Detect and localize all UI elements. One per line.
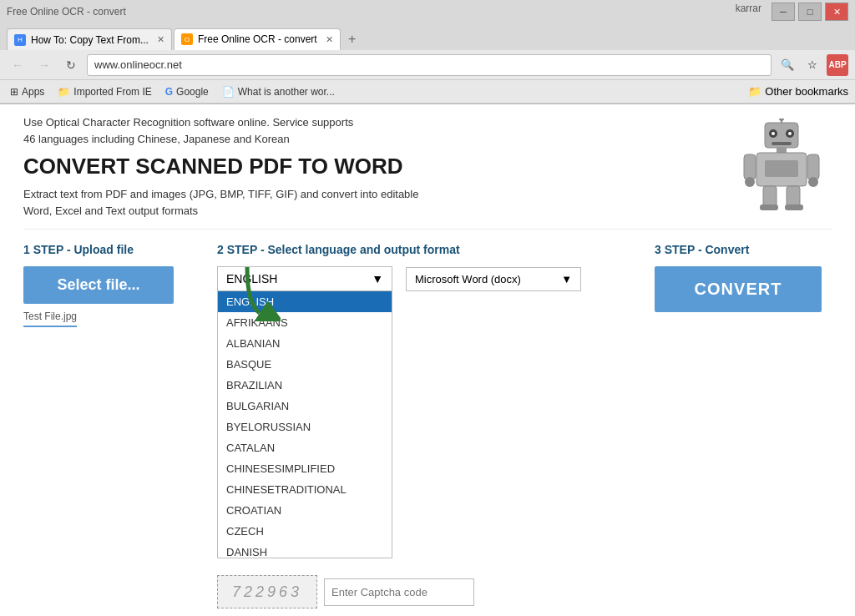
browser-chrome: Free Online OCR - convert karrar ─ □ ✕ H…	[0, 0, 855, 104]
svg-point-13	[745, 177, 755, 187]
arrow-indicator	[230, 263, 281, 324]
lang-option-bulgarian[interactable]: BULGARIAN	[218, 396, 392, 417]
tab-2-label: Free Online OCR - convert	[198, 33, 317, 45]
address-text: www.onlineocr.net	[94, 58, 764, 71]
lang-option-byelorussian[interactable]: BYELORUSSIAN	[218, 417, 392, 437]
svg-rect-10	[765, 160, 798, 177]
svg-rect-17	[760, 204, 778, 210]
page-icon: 📄	[222, 86, 235, 98]
svg-point-14	[808, 177, 818, 187]
captcha-input[interactable]	[324, 578, 474, 606]
bookmark-apps[interactable]: ⊞ Apps	[7, 84, 48, 99]
back-button[interactable]: ←	[7, 54, 28, 76]
step-2-title: 2 STEP - Select language and output form…	[217, 243, 635, 256]
lang-option-croatian[interactable]: CROATIAN	[218, 500, 392, 521]
tab-bar: H How To: Copy Text From... ✕ O Free Onl…	[0, 23, 855, 50]
lang-option-chinesesimplified[interactable]: CHINESESIMPLIFIED	[218, 458, 392, 479]
hero-title: CONVERT SCANNED PDF TO WORD	[23, 154, 731, 179]
tab-2-favicon: O	[181, 33, 193, 45]
restore-button[interactable]: □	[798, 3, 822, 21]
hero-subtitle2: Word, Excel and Text output formats	[23, 203, 731, 220]
file-name: Test File.jpg	[23, 311, 77, 327]
tab-2-close[interactable]: ✕	[326, 34, 333, 45]
tab-2[interactable]: O Free Online OCR - convert ✕	[174, 28, 341, 50]
google-icon: G	[165, 86, 173, 98]
svg-rect-16	[787, 186, 800, 207]
format-selected-label: Microsoft Word (docx)	[415, 273, 521, 285]
tab-1[interactable]: H How To: Copy Text From... ✕	[7, 28, 172, 50]
svg-rect-18	[785, 204, 803, 210]
apps-label: Apps	[22, 86, 44, 98]
window-controls: karrar ─ □ ✕	[736, 3, 848, 21]
apps-icon: ⊞	[10, 86, 18, 98]
star-icon[interactable]: ☆	[802, 54, 823, 76]
new-tab-button[interactable]: +	[342, 28, 362, 50]
bookmark-imported[interactable]: 📁 Imported From IE	[54, 84, 154, 99]
bookmark-google[interactable]: G Google	[162, 84, 212, 99]
hero-section: Use Optical Character Recognition softwa…	[23, 104, 832, 230]
select-file-button[interactable]: Select file...	[23, 266, 174, 304]
minimize-button[interactable]: ─	[772, 3, 795, 21]
tab-1-favicon: H	[14, 34, 26, 46]
lang-option-czech[interactable]: CZECH	[218, 521, 392, 542]
captcha-image: 722963	[217, 575, 317, 608]
title-bar: Free Online OCR - convert karrar ─ □ ✕	[0, 0, 855, 23]
svg-rect-8	[777, 148, 787, 153]
google-label: Google	[176, 86, 209, 98]
lang-option-chinesetraditional[interactable]: CHINESETRADITIONAL	[218, 479, 392, 500]
svg-rect-11	[744, 154, 756, 179]
tab-1-close[interactable]: ✕	[157, 34, 164, 45]
abp-icon[interactable]: ABP	[827, 54, 848, 76]
svg-point-6	[788, 132, 792, 135]
step-1-title: 1 STEP - Upload file	[23, 243, 197, 256]
close-button[interactable]: ✕	[825, 3, 848, 21]
other-bookmarks[interactable]: 📁 Other bookmarks	[748, 85, 848, 98]
hero-subtitle1: Extract text from PDF and images (JPG, B…	[23, 186, 731, 203]
convert-button[interactable]: CONVERT	[655, 266, 822, 312]
lang-option-basque[interactable]: BASQUE	[218, 354, 392, 375]
bookmarks-bar: ⊞ Apps 📁 Imported From IE G Google 📄 Wha…	[0, 80, 855, 104]
format-select[interactable]: Microsoft Word (docx) ▼	[406, 267, 581, 291]
tab-1-label: How To: Copy Text From...	[31, 34, 149, 46]
lang-option-brazilian[interactable]: BRAZILIAN	[218, 375, 392, 396]
svg-rect-12	[807, 154, 819, 179]
search-icon[interactable]: 🔍	[777, 54, 798, 76]
language-dropdown-list[interactable]: ENGLISH AFRIKAANS ALBANIAN BASQUE BRAZIL…	[217, 291, 392, 558]
svg-rect-7	[772, 142, 792, 145]
hero-line1: Use Optical Character Recognition softwa…	[23, 114, 731, 131]
page-content: Use Optical Character Recognition softwa…	[10, 104, 845, 616]
steps-row: 1 STEP - Upload file Select file... Test…	[23, 243, 832, 608]
green-arrow-svg	[230, 263, 281, 321]
hero-line2: 46 languages including Chinese, Japanese…	[23, 131, 731, 148]
what-label: What is another wor...	[238, 86, 335, 98]
user-label: karrar	[736, 3, 761, 21]
page-wrapper: Use Optical Character Recognition softwa…	[0, 104, 855, 616]
reload-button[interactable]: ↻	[60, 54, 82, 76]
lang-option-danish[interactable]: DANISH	[218, 542, 392, 558]
other-bookmarks-label: Other bookmarks	[765, 85, 848, 98]
step-1: 1 STEP - Upload file Select file... Test…	[23, 243, 207, 327]
lang-option-albanian[interactable]: ALBANIAN	[218, 333, 392, 354]
robot-svg	[740, 119, 823, 210]
step-3-title: 3 STEP - Convert	[655, 243, 822, 256]
nav-icons-right: 🔍 ☆ ABP	[777, 54, 848, 76]
folder-icon-2: 📁	[748, 85, 761, 98]
title-bar-left: Free Online OCR - convert	[7, 6, 732, 18]
lang-arrow-icon: ▼	[372, 272, 383, 285]
lang-option-catalan[interactable]: CATALAN	[218, 437, 392, 458]
svg-rect-15	[763, 186, 777, 207]
forward-button[interactable]: →	[33, 54, 55, 76]
imported-label: Imported From IE	[73, 86, 151, 98]
nav-bar: ← → ↻ www.onlineocr.net 🔍 ☆ ABP	[0, 50, 855, 80]
format-arrow-icon: ▼	[561, 273, 572, 285]
hero-text: Use Optical Character Recognition softwa…	[23, 114, 731, 219]
address-bar[interactable]: www.onlineocr.net	[87, 54, 772, 76]
folder-icon: 📁	[58, 86, 70, 98]
bookmark-what[interactable]: 📄 What is another wor...	[219, 84, 338, 99]
window-title: Free Online OCR - convert	[7, 6, 126, 18]
svg-point-5	[772, 132, 775, 135]
svg-point-2	[779, 119, 784, 121]
steps-section: 1 STEP - Upload file Select file... Test…	[23, 230, 832, 616]
captcha-area: 722963	[217, 575, 635, 608]
step-3: 3 STEP - Convert CONVERT	[645, 243, 832, 312]
